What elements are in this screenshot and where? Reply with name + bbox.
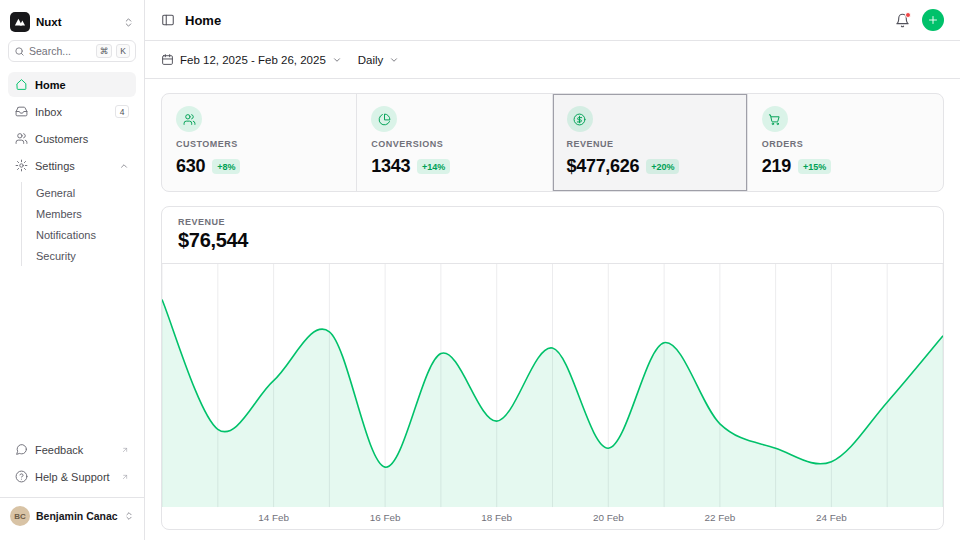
cart-icon — [762, 106, 788, 132]
stat-customers[interactable]: CUSTOMERS 630 +8% — [162, 94, 357, 191]
settings-gear-icon — [15, 159, 28, 172]
x-axis-label: 14 Feb — [258, 512, 289, 523]
nuxt-logo-icon — [10, 12, 30, 32]
pie-chart-icon — [371, 106, 397, 132]
feedback-link[interactable]: Feedback — [8, 437, 136, 462]
sidebar-item-label: Home — [35, 79, 129, 91]
stat-revenue[interactable]: REVENUE $477,626 +20% — [553, 94, 748, 191]
sidebar-item-customers[interactable]: Customers — [8, 126, 136, 151]
stat-delta-badge: +8% — [212, 159, 240, 174]
sidebar-item-home[interactable]: Home — [8, 72, 136, 97]
sidebar-item-notifications[interactable]: Notifications — [22, 224, 136, 245]
sidebar-nav: Home Inbox 4 Customers Settings — [8, 72, 136, 266]
x-axis-label: 16 Feb — [370, 512, 401, 523]
stat-label: ORDERS — [762, 139, 929, 149]
stat-value: 630 — [176, 156, 205, 177]
x-axis-label: 24 Feb — [816, 512, 847, 523]
chart-current-value: $76,544 — [178, 229, 927, 252]
dashboard-content: CUSTOMERS 630 +8% CONVERSIONS 1343 +14% — [145, 79, 960, 540]
stat-label: CUSTOMERS — [176, 139, 342, 149]
chevrons-up-down-icon — [123, 17, 134, 28]
users-icon — [176, 106, 202, 132]
inbox-icon — [15, 105, 28, 118]
stat-label: CONVERSIONS — [371, 139, 537, 149]
x-axis-label: 22 Feb — [704, 512, 735, 523]
chevron-up-icon — [119, 161, 129, 171]
feedback-label: Feedback — [35, 444, 113, 456]
sidebar-item-label: Customers — [35, 133, 129, 145]
date-range-label: Feb 12, 2025 - Feb 26, 2025 — [180, 54, 326, 66]
x-axis-label: 18 Feb — [481, 512, 512, 523]
sidebar-item-members[interactable]: Members — [22, 203, 136, 224]
user-menu[interactable]: BC Benjamin Canac — [0, 497, 144, 532]
date-range-picker[interactable]: Feb 12, 2025 - Feb 26, 2025 — [161, 53, 342, 66]
sidebar-footer: Feedback Help & Support BC Benjamin Cana… — [8, 437, 136, 534]
sidebar-item-inbox[interactable]: Inbox 4 — [8, 99, 136, 124]
chart-header: REVENUE $76,544 — [162, 207, 943, 264]
stat-delta-badge: +14% — [417, 159, 450, 174]
notification-dot — [905, 12, 911, 18]
help-circle-icon — [15, 470, 28, 483]
granularity-select[interactable]: Daily — [358, 54, 400, 66]
app-root: Nuxt Search... ⌘ K Home — [0, 0, 960, 540]
avatar: BC — [10, 506, 30, 526]
workspace-selector[interactable]: Nuxt — [8, 6, 136, 38]
filters-toolbar: Feb 12, 2025 - Feb 26, 2025 Daily — [145, 41, 960, 79]
search-icon — [14, 46, 25, 57]
customers-icon — [15, 132, 28, 145]
sidebar-item-label: Inbox — [35, 106, 108, 118]
sidebar-item-settings[interactable]: Settings — [8, 153, 136, 178]
granularity-label: Daily — [358, 54, 384, 66]
stats-row: CUSTOMERS 630 +8% CONVERSIONS 1343 +14% — [161, 93, 944, 192]
chart-body[interactable]: 14 Feb16 Feb18 Feb20 Feb22 Feb24 Feb — [162, 264, 943, 529]
main-panel: Home Feb 12, 2025 - Feb 26, 2025 — [145, 0, 960, 540]
sidebar-item-label: Settings — [35, 160, 112, 172]
stat-value: 219 — [762, 156, 791, 177]
inbox-count-badge: 4 — [115, 105, 129, 118]
external-link-icon — [121, 473, 129, 481]
external-link-icon — [121, 446, 129, 454]
stat-conversions[interactable]: CONVERSIONS 1343 +14% — [357, 94, 552, 191]
sidebar-toggle-button[interactable] — [161, 13, 175, 27]
page-header: Home — [145, 0, 960, 41]
page-title: Home — [185, 13, 221, 28]
search-placeholder: Search... — [29, 45, 92, 57]
chevron-down-icon — [332, 55, 342, 65]
home-icon — [15, 78, 28, 91]
message-bubble-icon — [15, 443, 28, 456]
settings-submenu: General Members Notifications Security — [21, 182, 136, 266]
help-support-label: Help & Support — [35, 471, 113, 483]
calendar-icon — [161, 53, 174, 66]
sidebar-item-security[interactable]: Security — [22, 245, 136, 266]
stat-value: $477,626 — [567, 156, 640, 177]
dollar-circle-icon — [567, 106, 593, 132]
stat-value: 1343 — [371, 156, 410, 177]
stat-delta-badge: +15% — [798, 159, 831, 174]
chart-title: REVENUE — [178, 217, 927, 227]
chevron-down-icon — [389, 55, 399, 65]
sidebar: Nuxt Search... ⌘ K Home — [0, 0, 145, 540]
kbd-cmd: ⌘ — [96, 44, 113, 58]
notifications-button[interactable] — [895, 13, 910, 28]
add-button[interactable] — [922, 9, 944, 31]
chevrons-up-down-icon — [124, 511, 134, 521]
workspace-name: Nuxt — [36, 16, 117, 28]
search-input[interactable]: Search... ⌘ K — [8, 40, 136, 62]
stat-label: REVENUE — [567, 139, 733, 149]
user-name: Benjamin Canac — [36, 510, 118, 522]
help-support-link[interactable]: Help & Support — [8, 464, 136, 489]
stat-delta-badge: +20% — [646, 159, 679, 174]
stat-orders[interactable]: ORDERS 219 +15% — [748, 94, 943, 191]
kbd-k: K — [116, 44, 130, 58]
revenue-area-chart[interactable]: 14 Feb16 Feb18 Feb20 Feb22 Feb24 Feb — [162, 264, 943, 529]
sidebar-item-general[interactable]: General — [22, 182, 136, 203]
revenue-chart-card: REVENUE $76,544 14 Feb16 Feb18 Feb20 Feb… — [161, 206, 944, 530]
x-axis-label: 20 Feb — [593, 512, 624, 523]
